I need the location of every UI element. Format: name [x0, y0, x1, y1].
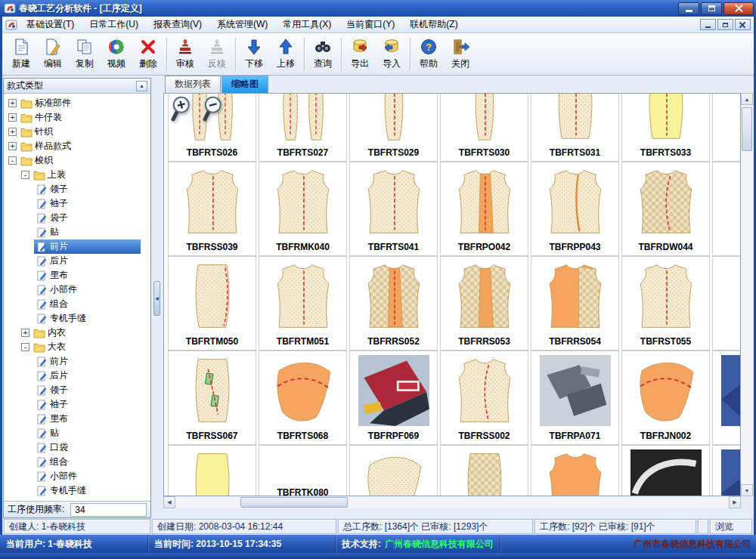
expand-node-icon[interactable]: +: [8, 128, 17, 136]
tree-item[interactable]: 口袋: [4, 440, 150, 455]
thumbnail-cell[interactable]: [531, 445, 619, 496]
hscroll-track[interactable]: [175, 496, 729, 508]
menu-item-6[interactable]: 当前窗口(Y): [339, 16, 402, 33]
expand-node-icon[interactable]: +: [8, 99, 17, 107]
thumbnail-cell[interactable]: TBFRTS029: [349, 93, 438, 162]
tree-item[interactable]: 前片: [4, 354, 150, 369]
tree-item[interactable]: +牛仔装: [4, 110, 150, 125]
scroll-down-button[interactable]: ▼: [741, 484, 753, 496]
thumbnail-cell[interactable]: TBFRRS053: [440, 256, 528, 351]
tree-item[interactable]: 里布: [4, 268, 150, 283]
new-toolbar-button[interactable]: 新建: [5, 36, 37, 73]
tree-item[interactable]: 后片: [4, 254, 150, 268]
tree-item[interactable]: -梭织: [4, 153, 150, 168]
thumbnail-cell[interactable]: TBFRRS054: [531, 256, 619, 351]
tree-item[interactable]: 组合: [4, 455, 150, 469]
thumbnail-cell[interactable]: TBFRTS027: [259, 93, 347, 162]
tab-thumbnails[interactable]: 缩略图: [222, 76, 268, 93]
child-minimize-button[interactable]: [700, 19, 716, 30]
thumbnail-cell[interactable]: [440, 445, 528, 496]
tree-item[interactable]: +标准部件: [4, 96, 150, 110]
vertical-scrollbar[interactable]: ▲ ▼: [741, 93, 753, 496]
tree-item[interactable]: 里布: [4, 412, 150, 426]
collapse-panel-button[interactable]: ▲: [136, 81, 147, 91]
tree-item[interactable]: 袖子: [4, 397, 150, 412]
menu-item-7[interactable]: 联机帮助(Z): [402, 16, 465, 33]
thumbnail-cell[interactable]: TBFRPA071: [531, 351, 619, 445]
thumbnail-cell[interactable]: [712, 93, 741, 162]
scroll-up-button[interactable]: ▲: [741, 93, 753, 105]
copy-toolbar-button[interactable]: 复制: [69, 36, 101, 73]
zoom-out-button[interactable]: [199, 95, 226, 122]
help-toolbar-button[interactable]: ?帮助: [413, 36, 445, 73]
tree-item[interactable]: 后片: [4, 369, 150, 383]
tree-item[interactable]: 组合: [4, 297, 150, 311]
tree-item[interactable]: 领子: [4, 383, 150, 397]
menu-item-3[interactable]: 报表查询(V): [146, 16, 209, 33]
minimize-button[interactable]: [678, 2, 699, 15]
tab-data-list[interactable]: 数据列表: [165, 76, 221, 93]
thumbnail-cell[interactable]: [621, 445, 710, 496]
collapse-node-icon[interactable]: -: [21, 343, 29, 351]
zoom-in-button[interactable]: [167, 95, 194, 122]
tree-item[interactable]: -大衣: [4, 340, 150, 354]
thumbnail-cell[interactable]: TBFRTK080: [259, 445, 347, 496]
thumbnail-cell[interactable]: [168, 445, 256, 496]
thumbnail-cell[interactable]: TBFRTM051: [259, 256, 347, 351]
search-toolbar-button[interactable]: 查询: [307, 36, 339, 73]
thumbnail-cell[interactable]: [349, 445, 438, 496]
thumbnail-cell[interactable]: TBFRTS030: [440, 93, 528, 162]
horizontal-scrollbar[interactable]: ◀ ▶: [163, 496, 741, 508]
thumbnail-cell[interactable]: TBFRST055: [621, 256, 710, 351]
close-button[interactable]: [723, 2, 754, 15]
thumbnail-cell[interactable]: TBFRSS002: [440, 351, 528, 445]
thumbnail-cell[interactable]: TBFRTS068: [259, 351, 347, 445]
move-up-toolbar-button[interactable]: 上移: [270, 36, 302, 73]
thumbnail-cell[interactable]: TBFRRS052: [349, 256, 438, 351]
expand-node-icon[interactable]: +: [8, 113, 17, 122]
exit-toolbar-button[interactable]: 关闭: [445, 36, 476, 73]
thumbnail-cell[interactable]: TBFRPF069: [349, 351, 438, 445]
child-close-button[interactable]: [735, 19, 751, 30]
hscroll-thumb[interactable]: [240, 497, 348, 508]
move-down-toolbar-button[interactable]: 下移: [238, 36, 270, 73]
tree-item[interactable]: +内衣: [4, 326, 150, 340]
scroll-right-button[interactable]: ▶: [729, 496, 741, 508]
thumbnail-cell[interactable]: [712, 162, 741, 256]
edit-toolbar-button[interactable]: 编辑: [37, 36, 69, 73]
thumbnail-cell[interactable]: TBFRSS039: [168, 162, 256, 256]
thumbnail-cell[interactable]: TBFRPP043: [531, 162, 619, 256]
collapse-node-icon[interactable]: -: [21, 171, 29, 179]
thumbnail-cell[interactable]: TBFRDW044: [621, 162, 710, 256]
thumbnail-cell[interactable]: TBFRSS067: [168, 351, 256, 445]
menu-item-2[interactable]: 日常工作(U): [82, 16, 146, 33]
tree-item[interactable]: -上装: [4, 168, 150, 182]
expand-node-icon[interactable]: +: [8, 142, 17, 150]
splitter[interactable]: ◀: [151, 78, 163, 518]
tree-item[interactable]: 贴: [4, 426, 150, 440]
child-restore-button[interactable]: [717, 19, 733, 30]
import-toolbar-button[interactable]: 导入: [376, 36, 407, 73]
tree-item[interactable]: 领子: [4, 182, 150, 196]
collapse-sidebar-button[interactable]: ◀: [153, 281, 160, 316]
tree-item[interactable]: 袖子: [4, 196, 150, 211]
audit-toolbar-button[interactable]: 审核: [169, 36, 201, 73]
thumbnail-cell[interactable]: TBFRTS033: [621, 93, 710, 162]
thumbnail-cell[interactable]: TBFRTS031: [531, 93, 619, 162]
tree-item-selected[interactable]: 前片: [4, 239, 150, 254]
tree-item[interactable]: 袋子: [4, 211, 150, 225]
thumbnail-cell[interactable]: TBFRPO042: [440, 162, 528, 256]
maximize-button[interactable]: [701, 2, 722, 15]
menu-item-1[interactable]: 基础设置(T): [19, 16, 82, 33]
vscroll-track[interactable]: [741, 105, 753, 484]
thumbnail-cell[interactable]: TBFRJN002: [621, 351, 710, 445]
thumbnail-cell[interactable]: TBFRTM050: [168, 256, 256, 351]
video-toolbar-button[interactable]: 视频: [101, 36, 132, 73]
scroll-left-button[interactable]: ◀: [163, 496, 175, 508]
delete-toolbar-button[interactable]: 删除: [132, 36, 164, 73]
expand-node-icon[interactable]: +: [21, 329, 29, 337]
thumbnail-cell[interactable]: [712, 445, 741, 496]
thumbnail-cell[interactable]: TBFRTS041: [349, 162, 438, 256]
tree-item[interactable]: +样品款式: [4, 139, 150, 153]
tree-item[interactable]: 贴: [4, 225, 150, 239]
